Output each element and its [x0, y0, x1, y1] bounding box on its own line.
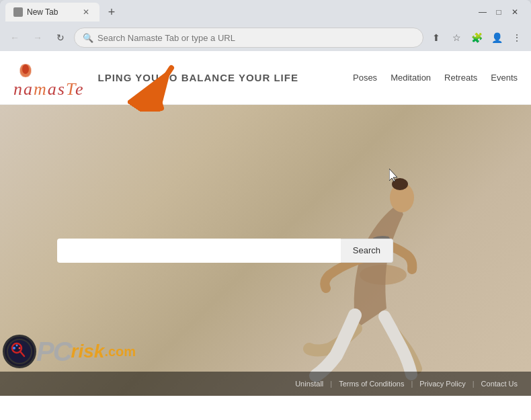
maximize-button[interactable]: □	[493, 7, 504, 17]
tab-favicon	[13, 7, 23, 17]
footer-uninstall[interactable]: Uninstall	[295, 380, 323, 388]
footer-privacy[interactable]: Privacy Policy	[419, 380, 465, 388]
site-footer: Uninstall | Terms of Conditions | Privac…	[0, 372, 531, 396]
search-button[interactable]: Search	[341, 239, 393, 263]
search-container: Search	[57, 239, 393, 263]
active-tab[interactable]: New Tab ✕	[5, 3, 99, 22]
risk-text: risk	[71, 341, 105, 362]
browser-window: New Tab ✕ + — □ ✕ ← → ↻ 🔍 ⬆ ☆ 🧩 👤 ⋮	[0, 0, 531, 420]
address-search-icon: 🔍	[83, 33, 93, 43]
pcrisk-watermark: PC risk .com	[0, 331, 136, 372]
pc-text: PC	[36, 338, 71, 365]
close-window-button[interactable]: ✕	[509, 7, 520, 17]
address-input[interactable]	[97, 33, 415, 43]
logo-flower-icon	[13, 57, 38, 81]
nav-events[interactable]: Events	[491, 73, 518, 83]
arrow-annotation	[128, 65, 181, 114]
pcrisk-text-logo: PC risk .com	[36, 338, 136, 365]
title-bar: New Tab ✕ + — □ ✕	[0, 0, 531, 24]
site-nav: Poses Meditation Retreats Events	[353, 73, 518, 83]
refresh-button[interactable]: ↻	[51, 28, 70, 47]
svg-point-13	[16, 345, 18, 347]
svg-point-8	[392, 178, 408, 190]
new-tab-button[interactable]: +	[102, 3, 121, 22]
back-button[interactable]: ←	[5, 28, 24, 47]
logo-text: namasTe	[13, 81, 85, 98]
svg-point-14	[19, 347, 21, 349]
browser-toolbar: ← → ↻ 🔍 ⬆ ☆ 🧩 👤 ⋮	[0, 24, 531, 51]
footer-terms[interactable]: Terms of Conditions	[339, 380, 404, 388]
tab-strip: New Tab ✕ +	[5, 0, 475, 24]
profile-icon[interactable]: 👤	[488, 29, 505, 46]
tab-close-button[interactable]: ✕	[81, 7, 91, 17]
site-header: namasTe LPING YOU TO BALANCE YOUR LIFE P…	[0, 51, 531, 105]
tab-label: New Tab	[27, 7, 58, 17]
svg-point-0	[15, 9, 22, 15]
pcrisk-icon	[3, 335, 36, 368]
dotcom-text: .com	[104, 344, 136, 360]
nav-poses[interactable]: Poses	[353, 73, 377, 83]
web-content: namasTe LPING YOU TO BALANCE YOUR LIFE P…	[0, 51, 531, 420]
minimize-button[interactable]: —	[477, 7, 488, 17]
toolbar-actions: ⬆ ☆ 🧩 👤 ⋮	[427, 29, 526, 46]
menu-icon[interactable]: ⋮	[508, 29, 526, 46]
nav-retreats[interactable]: Retreats	[444, 73, 477, 83]
site-logo: namasTe	[13, 57, 85, 98]
hero-search-input[interactable]	[57, 239, 341, 263]
svg-point-4	[22, 65, 29, 74]
extensions-icon[interactable]: 🧩	[468, 29, 485, 46]
svg-point-12	[13, 347, 15, 349]
footer-contact[interactable]: Contact Us	[481, 380, 518, 388]
bookmark-icon[interactable]: ☆	[448, 29, 465, 46]
address-bar[interactable]: 🔍	[74, 28, 423, 48]
nav-meditation[interactable]: Meditation	[391, 73, 431, 83]
forward-button[interactable]: →	[28, 28, 47, 47]
window-controls: — □ ✕	[477, 7, 526, 17]
yoga-figure	[289, 140, 477, 396]
hero-section: Search PC	[0, 105, 531, 396]
share-icon[interactable]: ⬆	[427, 29, 445, 46]
